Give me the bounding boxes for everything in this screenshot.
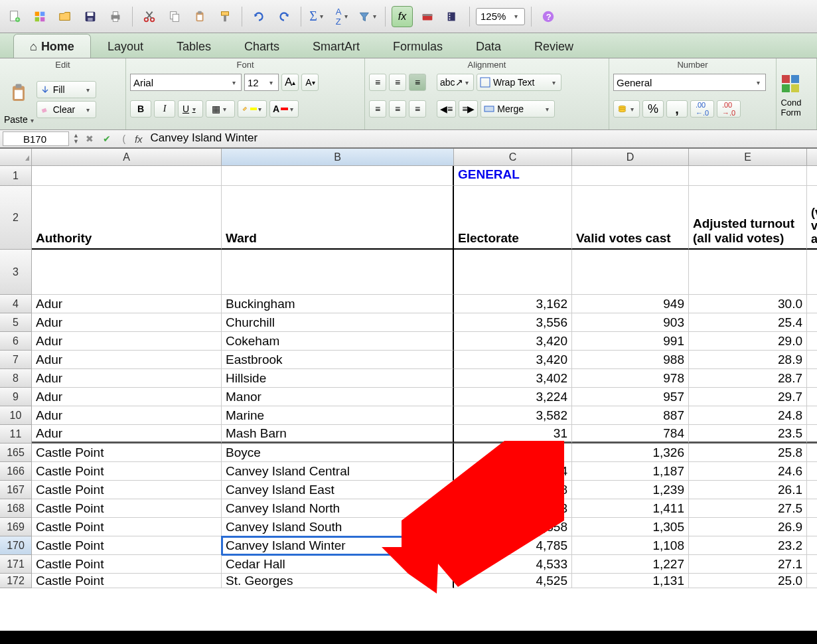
column-headers[interactable]: A B C D E [32,149,817,166]
cell[interactable] [689,166,807,186]
increase-decimal-icon[interactable]: .00←.0 [690,100,714,118]
cell[interactable]: Electorate [454,186,572,250]
row-header-172[interactable]: 172 [0,574,32,588]
cell[interactable]: 26.9 [689,518,807,536]
comma-button[interactable]: , [666,100,688,118]
cell[interactable]: 5,123 [454,499,572,518]
italic-button[interactable]: I [154,100,175,118]
tab-charts[interactable]: Charts [228,34,296,58]
cell[interactable]: 28.7 [689,369,807,388]
cell[interactable]: Mash Barn [222,425,454,443]
merge-button[interactable]: Merge▾ [481,100,555,118]
row-header-2[interactable]: 2 [0,186,32,250]
col-header-D[interactable]: D [572,149,689,166]
tab-home[interactable]: ⌂Home [13,34,91,58]
autosum-icon[interactable]: Σ▾ [307,6,329,27]
row-header-5[interactable]: 5 [0,313,32,332]
show-formula-bar-icon[interactable]: fx [392,6,413,27]
col-header-F[interactable] [807,149,817,166]
cell[interactable]: 30.0 [689,295,807,313]
cell[interactable] [807,481,817,499]
zoom-level[interactable]: 125%▾ [476,8,525,25]
row-header-170[interactable]: 170 [0,536,32,555]
font-size-select[interactable]: 12▾ [244,74,279,91]
template-icon[interactable] [29,6,50,27]
cell[interactable] [807,295,817,313]
cell[interactable]: Adur [32,425,222,443]
cell[interactable]: Cokeham [222,332,454,351]
name-box-stepper[interactable]: ▲▼ [73,133,79,145]
cell[interactable]: Ward [222,186,454,250]
cell[interactable]: Adur [32,388,222,406]
cell[interactable]: 24.6 [689,462,807,481]
font-name-select[interactable]: Arial▾ [130,74,242,91]
cell[interactable] [222,250,454,295]
cell[interactable]: Authority [32,186,222,250]
cell[interactable]: 903 [572,313,689,332]
cell[interactable]: Castle Point [32,555,222,574]
align-middle-icon[interactable]: ≡ [389,74,406,91]
cell[interactable]: Valid votes cast [572,186,689,250]
tab-tables[interactable]: Tables [160,34,228,58]
cell[interactable] [807,388,817,406]
cell[interactable]: 991 [572,332,689,351]
cell[interactable]: 3,556 [454,313,572,332]
cell[interactable]: Boyce [222,443,454,462]
cell[interactable]: Castle Point [32,536,222,555]
cell[interactable]: ,834 [454,462,572,481]
cell[interactable]: Adur [32,351,222,369]
cell[interactable]: 28.9 [689,351,807,369]
tab-formulas[interactable]: Formulas [376,34,459,58]
cell[interactable]: Cedar Hall [222,555,454,574]
cell[interactable] [807,555,817,574]
cell[interactable]: Eastbrook [222,351,454,369]
underline-button[interactable]: U ▾ [178,100,203,118]
cell[interactable] [32,166,222,186]
cell[interactable]: 887 [572,406,689,425]
border-button[interactable]: ▦▾ [206,100,235,118]
cell[interactable]: 4,785 [454,536,572,555]
cell[interactable]: 4,748 [454,481,572,499]
cell[interactable] [807,518,817,536]
redo-icon[interactable] [273,6,295,27]
cell[interactable]: 1,239 [572,481,689,499]
cell[interactable]: Castle Point [32,574,222,588]
cell[interactable]: 25.4 [689,313,807,332]
cell[interactable]: 978 [572,369,689,388]
cell[interactable] [807,313,817,332]
row-header-10[interactable]: 10 [0,406,32,425]
cell[interactable] [807,499,817,518]
cell[interactable]: Canvey Island Winter [222,536,454,555]
cell[interactable]: 784 [572,425,689,443]
align-bottom-icon[interactable]: ≡ [409,74,426,91]
decrease-decimal-icon[interactable]: .00→.0 [717,100,741,118]
row-header-168[interactable]: 168 [0,499,32,518]
cell[interactable]: Canvey Island South [222,518,454,536]
cell[interactable]: Canvey Island East [222,481,454,499]
cell[interactable]: Castle Point [32,443,222,462]
row-header-6[interactable]: 6 [0,332,32,351]
open-icon[interactable] [54,6,76,27]
cell[interactable] [807,250,817,295]
sort-icon[interactable]: AZ▾ [333,6,354,27]
cell[interactable]: Adur [32,369,222,388]
align-center-icon[interactable]: ≡ [389,100,406,118]
cell[interactable]: 27.1 [689,555,807,574]
cell[interactable]: 1,187 [572,462,689,481]
percent-button[interactable]: % [642,100,664,118]
cell[interactable] [222,166,454,186]
cell[interactable] [807,369,817,388]
col-header-E[interactable]: E [689,149,807,166]
col-header-C[interactable]: C [454,149,572,166]
cell[interactable] [807,332,817,351]
increase-indent-icon[interactable]: ≡▶ [459,100,478,118]
cell[interactable] [807,443,817,462]
cell[interactable]: Canvey Island Central [222,462,454,481]
cell[interactable]: GENERAL [454,166,572,186]
cell[interactable]: Adjusted turnout (all valid votes) [689,186,807,250]
tab-data[interactable]: Data [459,34,518,58]
align-right-icon[interactable]: ≡ [409,100,426,118]
cell[interactable]: Adur [32,332,222,351]
tab-layout[interactable]: Layout [91,34,160,58]
clear-button[interactable]: Clear▾ [37,101,96,118]
